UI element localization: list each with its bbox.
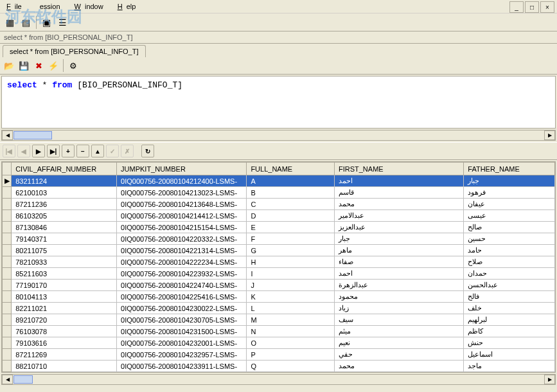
maximize-button[interactable]: □ [525,1,539,13]
cell-full[interactable]: O [247,337,335,349]
cell-civil[interactable]: 86103205 [12,210,117,222]
add-row-button[interactable]: + [62,145,75,157]
cell-civil[interactable]: 80104113 [12,291,117,303]
scroll-thumb[interactable] [13,131,52,139]
cell-full[interactable]: N [247,326,335,337]
cell-full[interactable]: I [247,268,335,280]
cell-first[interactable]: محمد [334,361,463,372]
cell-father[interactable]: خلف [464,303,555,314]
cancel-button[interactable]: ✗ [121,145,134,157]
cell-first[interactable]: احمد [334,268,463,280]
toolbar-btn-2[interactable]: ▤ [19,15,33,30]
cell-first[interactable]: جبار [334,233,463,245]
cell-civil[interactable]: 87211236 [12,199,117,210]
cell-jumpkit[interactable]: 0IQ000756-20080104215154-LSMS- [117,222,247,233]
table-row[interactable]: 871308460IQ000756-20080104215154-LSMS-Eع… [3,222,555,233]
delete-icon[interactable]: ✖ [32,59,45,72]
cell-father[interactable]: فرهود [464,187,555,199]
cell-first[interactable]: قاسم [334,187,463,199]
cell-civil[interactable]: 85211603 [12,268,117,280]
cell-first[interactable]: محمد [334,199,463,210]
cell-father[interactable]: لبرلهيم [464,314,555,326]
col-header-fullname[interactable]: FULL_NAME [247,163,335,175]
options-icon[interactable]: ⚙ [67,59,80,72]
table-row[interactable]: 861032050IQ000756-20080104214412-LSMS-Dع… [3,210,555,222]
cell-civil[interactable]: 83211124 [12,175,117,187]
cell-father[interactable]: عيسى [464,210,555,222]
nav-prev-button[interactable]: ◀ [17,145,30,157]
cell-full[interactable]: F [247,233,335,245]
table-row[interactable]: 852116030IQ000756-20080104223932-LSMS-Iا… [3,268,555,280]
menu-window[interactable]: Window [71,1,111,12]
open-icon[interactable]: 📂 [3,59,15,72]
table-row[interactable]: 621001030IQ000756-20080104213023-LSMS-Bق… [3,187,555,199]
execute-icon[interactable]: ⚡ [47,59,60,72]
table-row[interactable]: 872112690IQ000756-20080104232957-LSMS-Pح… [3,349,555,361]
table-row[interactable]: 771901700IQ000756-20080104224740-LSMS-Jع… [3,280,555,291]
cell-father[interactable]: جبار [464,175,555,187]
cell-father[interactable]: حمدان [464,268,555,280]
cell-full[interactable]: L [247,303,335,314]
table-row[interactable]: 782109330IQ000756-20080104222234-LSMS-Hص… [3,256,555,268]
cell-father[interactable]: حامد [464,245,555,256]
menu-file[interactable]: File [3,1,30,12]
cell-jumpkit[interactable]: 0IQ000756-20080104232001-LSMS- [117,337,247,349]
nav-last-button[interactable]: ▶| [47,145,60,157]
cell-jumpkit[interactable]: 0IQ000756-20080104233911-LSMS- [117,361,247,372]
cell-full[interactable]: J [247,280,335,291]
cell-first[interactable]: ميثم [334,326,463,337]
cell-first[interactable]: زياد [334,303,463,314]
cell-father[interactable]: صالح [464,222,555,233]
cell-first[interactable]: ماهر [334,245,463,256]
table-row[interactable]: 761030780IQ000756-20080104231500-LSMS-Nم… [3,326,555,337]
cell-civil[interactable]: 89210720 [12,314,117,326]
cell-jumpkit[interactable]: 0IQ000756-20080104223932-LSMS- [117,268,247,280]
grid-hscrollbar[interactable]: ◀ ▶ [1,374,556,385]
cell-jumpkit[interactable]: 0IQ000756-20080104220332-LSMS- [117,233,247,245]
col-header-fathername[interactable]: FATHER_NAME [464,163,555,175]
grid-scroll-left-icon[interactable]: ◀ [2,375,13,384]
cell-first[interactable]: نعيم [334,337,463,349]
cell-first[interactable]: عبدالعزيز [334,222,463,233]
cell-full[interactable]: A [247,175,335,187]
scroll-left-icon[interactable]: ◀ [2,130,13,140]
scroll-right-icon[interactable]: ▶ [544,130,555,140]
cell-first[interactable]: احمد [334,175,463,187]
commit-button[interactable]: ✓ [106,145,119,157]
cell-full[interactable]: Q [247,361,335,372]
grid-scroll-right-icon[interactable]: ▶ [544,375,555,384]
cell-father[interactable]: حنش [464,337,555,349]
cell-father[interactable]: كاظم [464,326,555,337]
cell-full[interactable]: K [247,291,335,303]
cell-jumpkit[interactable]: 0IQ000756-20080104230705-LSMS- [117,314,247,326]
up-button[interactable]: ▲ [91,145,104,157]
col-header-civil[interactable]: CIVIL_AFFAIR_NUMBER [12,163,117,175]
cell-jumpkit[interactable]: 0IQ000756-20080104231500-LSMS- [117,326,247,337]
cell-jumpkit[interactable]: 0IQ000756-20080104224740-LSMS- [117,280,247,291]
cell-father[interactable]: عبدالحسن [464,280,555,291]
table-row[interactable]: 791036160IQ000756-20080104232001-LSMS-Oن… [3,337,555,349]
table-row[interactable]: 822110210IQ000756-20080104230022-LSMS-Lز… [3,303,555,314]
cell-jumpkit[interactable]: 0IQ000756-20080104213023-LSMS- [117,187,247,199]
cell-civil[interactable]: 87211269 [12,349,117,361]
menu-help[interactable]: Help [114,1,144,12]
cell-civil[interactable]: 88210710 [12,361,117,372]
table-row[interactable]: 791403710IQ000756-20080104220332-LSMS-Fج… [3,233,555,245]
toolbar-btn-4[interactable]: ☰ [55,15,70,30]
cell-civil[interactable]: 78210933 [12,256,117,268]
cell-first[interactable]: محمود [334,291,463,303]
refresh-button[interactable]: ↻ [141,145,154,157]
cell-full[interactable]: H [247,256,335,268]
cell-father[interactable]: ماجد [464,361,555,372]
cell-civil[interactable]: 82211021 [12,303,117,314]
cell-jumpkit[interactable]: 0IQ000756-20080104222234-LSMS- [117,256,247,268]
cell-civil[interactable]: 87130846 [12,222,117,233]
toolbar-btn-3[interactable]: ▣ [39,15,54,30]
cell-jumpkit[interactable]: 0IQ000756-20080104214412-LSMS- [117,210,247,222]
table-row[interactable]: 882107100IQ000756-20080104233911-LSMS-Qم… [3,361,555,372]
cell-father[interactable]: عيفان [464,199,555,210]
table-row[interactable]: ▶832111240IQ000756-20080104212400-LSMS-A… [3,175,555,187]
col-header-firstname[interactable]: FIRST_NAME [334,163,463,175]
table-row[interactable]: 892107200IQ000756-20080104230705-LSMS-Mس… [3,314,555,326]
table-row[interactable]: 872112360IQ000756-20080104213648-LSMS-Cم… [3,199,555,210]
